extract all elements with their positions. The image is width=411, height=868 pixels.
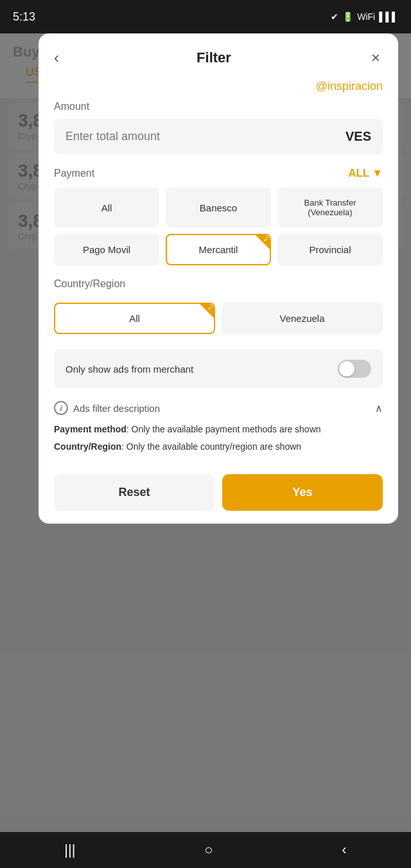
payment-btn-pago-movil[interactable]: Pago Movil [54, 234, 159, 265]
watermark: @inspiracion [39, 80, 398, 101]
back-button[interactable]: ‹ [54, 49, 59, 67]
nav-bar: ||| ○ ‹ [0, 832, 411, 868]
amount-currency: VES [345, 129, 371, 144]
nav-home[interactable]: ○ [189, 835, 228, 865]
payment-chevron: ▼ [372, 167, 383, 180]
status-icons: ✔ 🔋 WiFi ▌▌▌ [331, 12, 398, 22]
check-icon: ✔ [331, 12, 338, 22]
payment-btn-banesco[interactable]: Banesco [166, 188, 271, 227]
nav-back[interactable]: ‹ [326, 835, 362, 865]
close-button[interactable]: × [369, 46, 383, 69]
filter-desc-chevron[interactable]: ∧ [375, 402, 383, 414]
country-grid: All Venezuela [39, 303, 398, 334]
battery-icon: 🔋 [342, 12, 353, 22]
signal-icon: ▌▌▌ [379, 12, 398, 22]
payment-btn-provincial[interactable]: Provincial [277, 234, 383, 265]
country-btn-venezuela[interactable]: Venezuela [222, 303, 383, 334]
reset-button[interactable]: Reset [54, 474, 214, 511]
info-icon: i [54, 401, 68, 415]
wifi-icon: WiFi [357, 12, 375, 22]
amount-input[interactable] [66, 130, 345, 143]
payment-all-button[interactable]: ALL ▼ [348, 167, 383, 180]
merchant-toggle[interactable] [338, 360, 371, 378]
payment-grid: All Banesco Bank Transfer (Venezuela) Pa… [39, 188, 398, 265]
payment-header: Payment ALL ▼ [39, 167, 398, 180]
bottom-buttons: Reset Yes [39, 466, 398, 511]
filter-desc-title: Ads filter description [73, 403, 370, 414]
payment-btn-bank-transfer[interactable]: Bank Transfer (Venezuela) [277, 188, 383, 227]
country-label: Country/Region [54, 278, 383, 290]
nav-recent-apps[interactable]: ||| [49, 835, 91, 865]
payment-btn-all[interactable]: All [54, 188, 159, 227]
country-section: Country/Region [39, 278, 398, 290]
payment-all-label: ALL [348, 167, 369, 180]
merchant-toggle-row: Only show ads from merchant [54, 350, 383, 388]
filter-modal: ‹ Filter × @inspiracion Amount VES Payme… [39, 33, 398, 524]
country-btn-all[interactable]: All [54, 303, 215, 334]
modal-header: ‹ Filter × [39, 33, 398, 80]
status-bar: 5:13 ✔ 🔋 WiFi ▌▌▌ [0, 0, 411, 33]
filter-description-text: Payment method: Only the available payme… [39, 423, 398, 454]
merchant-toggle-label: Only show ads from merchant [66, 364, 193, 375]
amount-section: Amount VES [39, 101, 398, 154]
filter-desc-country: Country/Region: Only the available count… [54, 440, 383, 454]
amount-label: Amount [54, 101, 383, 112]
modal-title: Filter [59, 49, 369, 66]
filter-desc-header: i Ads filter description ∧ [39, 401, 398, 415]
confirm-button[interactable]: Yes [222, 474, 383, 511]
amount-input-container: VES [54, 119, 383, 154]
payment-btn-mercantil[interactable]: Mercantil [166, 234, 271, 265]
status-time: 5:13 [13, 10, 35, 24]
payment-label: Payment [54, 168, 94, 179]
filter-desc-payment: Payment method: Only the available payme… [54, 423, 383, 436]
toggle-knob [339, 361, 354, 376]
